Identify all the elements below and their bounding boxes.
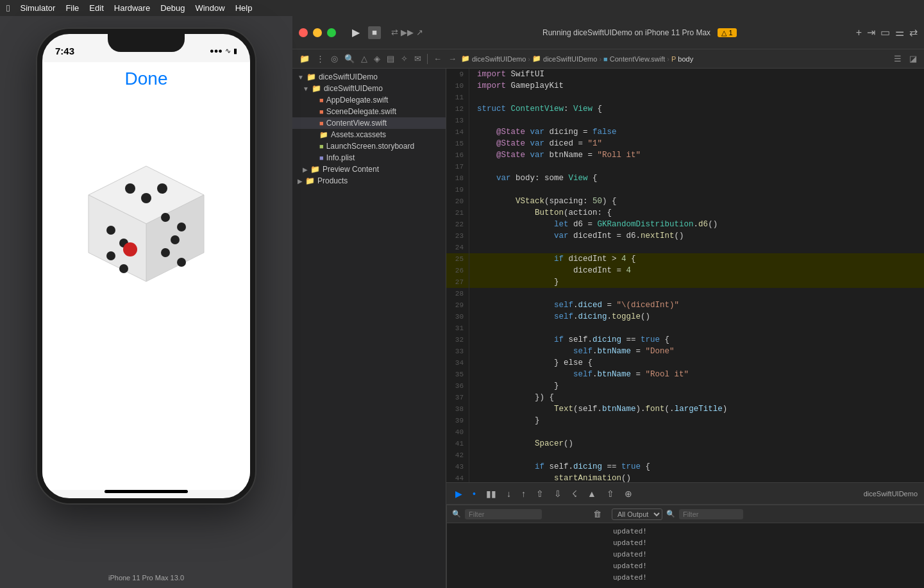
breadcrumb: 📁 diceSwiftUIDemo › 📁 diceSwiftUIDemo › … [461,55,693,63]
test-icon[interactable]: ◈ [372,53,382,65]
output-filter-input[interactable] [679,509,743,519]
file-tree-products[interactable]: ▶ 📁 Products [292,175,446,187]
nav-right-buttons: ☰ ◪ [892,53,919,65]
fullscreen-button[interactable] [327,28,336,37]
code-line-29: 29 self.diced = "\(dicedInt)" [446,299,924,311]
all-output-section: All Output 🔍 updated! updated! updated! … [607,505,924,588]
code-line-44: 44 startAnimation() [446,473,924,482]
preview-folder-icon: 📁 [310,165,320,174]
warning-nav-icon[interactable]: △ [359,53,369,65]
svg-point-4 [141,193,151,203]
breadcrumb-folder-icon: 📁 [532,55,541,63]
code-line-39: 39 } [446,415,924,426]
debug-step-into-button[interactable]: ↓ [504,487,514,500]
file-tree-preview-content[interactable]: ▶ 📁 Preview Content [292,164,446,175]
products-label: Products [317,176,348,185]
debug-step-over-button[interactable]: • [470,487,478,500]
output-line-4: updated! [613,560,918,572]
file-tree-assets[interactable]: 📁 Assets.xcassets [292,129,446,140]
search-icon[interactable]: 🔍 [342,53,357,65]
debug-icon[interactable]: ▤ [385,53,396,65]
inspector-icon[interactable]: ◪ [907,53,919,65]
file-tree-appdelegate[interactable]: ■ AppDelegate.swift [292,94,446,106]
code-line-21: 21 Button(action: { [446,207,924,219]
breadcrumb-project[interactable]: diceSwiftUIDemo [472,55,526,63]
nav-back-icon[interactable]: ← [432,53,444,65]
svg-point-10 [177,258,186,267]
minimize-button[interactable] [313,28,322,37]
warning-badge: △ 1 [718,28,736,37]
breadcrumb-symbol[interactable]: body [678,55,693,63]
nav-forward-icon[interactable]: → [446,53,458,65]
menu-edit[interactable]: Edit [89,3,103,13]
plist-icon: ■ [319,154,324,162]
debug-share-button[interactable]: ⇧ [604,487,617,500]
code-editor: 9 import SwiftUI 10 import GameplayKit 1… [446,69,924,588]
code-line-19: 19 [446,184,924,196]
file-tree-contentview[interactable]: ■ ContentView.swift [292,117,446,129]
panel-toggle-button[interactable]: ⇄ [909,26,918,38]
file-tree-infoplist[interactable]: ■ Info.plist [292,152,446,164]
main-layout: 7:43 ●●● ∿ ▮ Done [0,16,924,588]
diff-icon[interactable]: ⋮ [314,53,326,65]
report-icon[interactable]: ✉ [412,53,423,65]
list-icon[interactable]: ☰ [892,53,903,65]
code-area[interactable]: 9 import SwiftUI 10 import GameplayKit 1… [446,69,924,482]
code-line-33: 33 self.btnName = "Done" [446,346,924,357]
breadcrumb-target[interactable]: diceSwiftUIDemo [543,55,597,63]
file-tree-scenedelegate[interactable]: ■ SceneDelegate.swift [292,106,446,117]
debug-step-out-button[interactable]: ↑ [519,487,528,500]
variables-section: 🔍 🗑 [446,505,607,588]
folder-icon[interactable]: 📁 [298,53,312,65]
code-line-12: 12 struct ContentView: View { [446,103,924,115]
add-button[interactable]: + [856,27,862,38]
navigate-forward-button[interactable]: ⇥ [867,26,875,38]
trash-button[interactable]: 🗑 [593,509,601,519]
run-button[interactable]: ▶ [348,26,364,39]
swift-file-icon: ■ [319,96,324,104]
breadcrumb-file[interactable]: ContentView.swift [610,55,666,63]
close-button[interactable] [299,28,308,37]
file-tree-project[interactable]: ▼ 📁 diceSwiftUIDemo [292,83,446,94]
variables-filter-input[interactable] [465,509,542,519]
done-button[interactable]: Done [125,69,168,89]
menu-window[interactable]: Window [195,3,224,13]
svg-point-3 [125,183,135,194]
svg-point-5 [157,183,167,194]
scheme-selector[interactable]: ⇄ ▶▶ ↗ [391,28,423,37]
debug-memory-button[interactable]: ▲ [585,487,599,500]
debug-zoom-button[interactable]: ⊕ [622,487,635,500]
iphone-time: 7:43 [55,46,74,56]
file-tree-launchscreen[interactable]: ■ LaunchScreen.storyboard [292,140,446,152]
debug-frame-up-button[interactable]: ⇧ [533,487,546,500]
debug-frame-down-button[interactable]: ⇩ [551,487,564,500]
output-type-dropdown[interactable]: All Output [612,508,662,520]
code-line-14: 14 @State var dicing = false [446,126,924,138]
debug-view-hierarchy-button[interactable]: ☇ [569,487,580,500]
code-line-28: 28 [446,288,924,299]
iphone-notch [108,34,185,52]
menu-hardware[interactable]: Hardware [114,3,150,13]
menu-debug[interactable]: Debug [160,3,185,13]
debug-app-name: diceSwiftUIDemo [864,490,918,498]
apple-menu[interactable]:  [6,3,10,13]
iphone-home-indicator [105,490,188,493]
menu-file[interactable]: File [65,3,79,13]
debug-bar: ▶ • ▮▮ ↓ ↑ ⇧ ⇩ ☇ ▲ ⇧ ⊕ diceSwiftUIDemo [446,482,924,505]
code-line-30: 30 self.dicing.toggle() [446,311,924,323]
scenedelegate-label: SceneDelegate.swift [326,107,396,116]
debug-pause-button[interactable]: ▮▮ [483,487,499,500]
breakpoint-icon[interactable]: ✧ [399,53,410,65]
debug-continue-button[interactable]: ▶ [453,487,465,500]
svg-point-11 [106,226,115,235]
layout-toggle-button[interactable]: ▭ [880,26,890,38]
file-tree-root[interactable]: ▼ 📁 diceSwiftUIDemo [292,71,446,83]
code-line-10: 10 import GameplayKit [446,80,924,92]
stop-button[interactable]: ■ [368,26,381,39]
toolbar-status: Running diceSwiftUIDemo on iPhone 11 Pro… [428,28,851,37]
menu-simulator[interactable]: Simulator [20,3,55,13]
svg-point-7 [177,223,186,231]
menu-help[interactable]: Help [235,3,253,13]
split-view-button[interactable]: ⚌ [895,26,904,38]
clock-icon[interactable]: ◎ [329,53,340,65]
